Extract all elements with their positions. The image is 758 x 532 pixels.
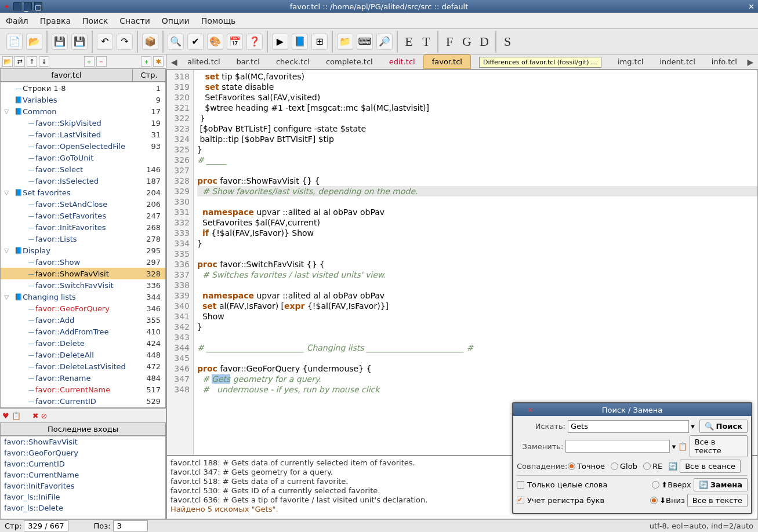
tab[interactable]: edit.tcl bbox=[381, 55, 423, 68]
fav-item[interactable]: favor::ShowFavVisit bbox=[1, 436, 165, 447]
fav-item[interactable]: favor::CurrentID bbox=[1, 458, 165, 469]
open-file-button[interactable]: 📂 bbox=[26, 34, 42, 50]
menu-file[interactable]: Файл bbox=[6, 16, 28, 25]
tree-row[interactable]: —favor::LastVisited31 bbox=[1, 129, 165, 140]
match-re-radio[interactable] bbox=[643, 462, 651, 470]
unit-tree[interactable]: —Строки 1-81📘Variables9▽📘Common17—favor:… bbox=[0, 82, 166, 408]
check-button[interactable]: ✔ bbox=[187, 34, 204, 50]
tree-row[interactable]: —favor::Show297 bbox=[1, 256, 165, 268]
tool-G[interactable]: G bbox=[458, 34, 476, 49]
tab[interactable]: check.tcl bbox=[268, 55, 318, 68]
tree-row[interactable]: —favor::DeleteAll448 bbox=[1, 349, 165, 360]
dir-down-radio[interactable] bbox=[650, 497, 658, 504]
menu-search[interactable]: Поиск bbox=[82, 16, 108, 25]
tab-scroll-right[interactable]: ▶ bbox=[745, 57, 756, 67]
search-find-button[interactable]: 🔍 Поиск bbox=[699, 420, 748, 433]
match-exact-radio[interactable] bbox=[568, 462, 575, 470]
redo-button[interactable]: ↷ bbox=[117, 34, 133, 50]
tree-toggle-icon[interactable]: ⇄ bbox=[14, 56, 25, 67]
tree-collapse-icon[interactable]: ✱ bbox=[153, 56, 164, 67]
tree-row[interactable]: —favor::ShowFavVisit328 bbox=[1, 268, 165, 279]
tree-del-icon[interactable]: － bbox=[96, 56, 107, 67]
code-area[interactable]: set tip $al(MC,favorites) set state disa… bbox=[194, 70, 757, 455]
save-button[interactable]: 💾 bbox=[52, 34, 68, 50]
words-only-checkbox[interactable] bbox=[517, 481, 524, 489]
words-only-label[interactable]: Только целые слова bbox=[527, 480, 652, 489]
palette-button[interactable]: 🎨 bbox=[207, 34, 223, 50]
tree-row[interactable]: —favor::AddFromTree410 bbox=[1, 326, 165, 337]
tree-add-icon[interactable]: ＋ bbox=[84, 56, 95, 67]
refresh-icon[interactable]: 🔄 bbox=[668, 462, 677, 471]
tree-header-file[interactable]: favor.tcl bbox=[1, 69, 133, 81]
tree-row[interactable]: —favor::SetFavorites247 bbox=[1, 210, 165, 221]
tab[interactable]: favor.tcl bbox=[423, 54, 471, 69]
case-checkbox[interactable] bbox=[517, 497, 524, 504]
dir-up-radio[interactable] bbox=[652, 481, 659, 489]
tree-row[interactable]: —favor::GeoForQuery346 bbox=[1, 303, 165, 314]
replace-alltext-button[interactable]: Все в тексте bbox=[687, 494, 748, 507]
tree-row[interactable]: ▽📘Common17 bbox=[1, 105, 165, 117]
new-file-button[interactable]: 📄 bbox=[6, 34, 23, 50]
fav-item[interactable]: favor::InitFavorites bbox=[1, 480, 165, 491]
tool-E[interactable]: E bbox=[400, 34, 418, 49]
calendar-button[interactable]: 📅 bbox=[227, 34, 243, 50]
wm-pin-button[interactable] bbox=[13, 2, 21, 10]
tree-row[interactable]: —Строки 1-81 bbox=[1, 82, 165, 94]
layout-button[interactable]: ⊞ bbox=[311, 34, 328, 50]
project-button[interactable]: 📦 bbox=[142, 34, 158, 50]
tree-row[interactable]: —favor::Select146 bbox=[1, 163, 165, 175]
tree-row[interactable]: ▽📘Changing lists344 bbox=[1, 291, 165, 303]
dir-up-label[interactable]: ⬆Вверх bbox=[661, 480, 691, 489]
case-label[interactable]: Учет регистра букв bbox=[527, 496, 650, 505]
match-glob-radio[interactable] bbox=[611, 462, 618, 470]
dir-down-label[interactable]: ⬇Вниз bbox=[659, 496, 685, 505]
tree-row[interactable]: —favor::Add355 bbox=[1, 314, 165, 326]
tree-row[interactable]: ▽📘Display295 bbox=[1, 245, 165, 256]
terminal-button[interactable]: ⌨ bbox=[357, 34, 373, 50]
tool-F[interactable]: F bbox=[441, 34, 458, 49]
fav-item[interactable]: favor::CurrentName bbox=[1, 469, 165, 480]
tree-open-icon[interactable]: 📂 bbox=[2, 56, 13, 67]
wm-min-button[interactable]: _ bbox=[24, 2, 32, 10]
tree-row[interactable]: —favor::GoToUnit bbox=[1, 152, 165, 163]
menu-options[interactable]: Опции bbox=[162, 16, 190, 25]
tab[interactable]: bar.tcl bbox=[229, 55, 268, 68]
tool-S[interactable]: S bbox=[499, 34, 516, 49]
tab[interactable]: alited.tcl bbox=[179, 55, 229, 68]
tree-row[interactable]: —favor::DeleteLastVisited472 bbox=[1, 360, 165, 372]
tab[interactable]: complete.tcl bbox=[318, 55, 381, 68]
fav-del2-icon[interactable]: ⊘ bbox=[41, 411, 48, 420]
folder-button[interactable]: 📁 bbox=[337, 34, 353, 50]
search-close-icon[interactable]: ✕ bbox=[527, 406, 534, 414]
fav-item[interactable]: favor_ls::IniFile bbox=[1, 491, 165, 502]
replace-dropdown-icon[interactable]: ▾ bbox=[670, 442, 677, 451]
tree-expand-icon[interactable]: ＋ bbox=[141, 56, 151, 67]
tree-row[interactable]: —favor::CurrentName517 bbox=[1, 384, 165, 395]
tool-D[interactable]: D bbox=[476, 34, 493, 49]
wm-max-button[interactable]: ▢ bbox=[34, 2, 42, 10]
tab-scroll-left[interactable]: ◀ bbox=[169, 57, 179, 67]
tree-row[interactable]: —favor::Delete424 bbox=[1, 337, 165, 349]
search-find-input[interactable] bbox=[568, 420, 689, 433]
fav-heart-icon[interactable]: ♥ bbox=[2, 411, 9, 420]
tree-row[interactable]: —favor::SwitchFavVisit336 bbox=[1, 279, 165, 291]
tab[interactable]: info.tcl bbox=[703, 55, 745, 68]
tree-row[interactable]: —favor::SkipVisited19 bbox=[1, 117, 165, 129]
search-dropdown-icon[interactable]: ▾ bbox=[689, 422, 697, 431]
tool-T[interactable]: T bbox=[418, 34, 435, 49]
tab[interactable]: indent.tcl bbox=[651, 55, 703, 68]
editor[interactable]: 3183193203213223233243253263273283293303… bbox=[166, 70, 758, 456]
tree-up-icon[interactable]: ↑ bbox=[27, 56, 37, 67]
menu-tools[interactable]: Снасти bbox=[119, 16, 150, 25]
replace-button[interactable]: 🔄 Замена bbox=[694, 478, 748, 491]
fav-item[interactable]: favor::GeoForQuery bbox=[1, 447, 165, 458]
tree-row[interactable]: —favor::OpenSelectedFile93 bbox=[1, 140, 165, 152]
tree-header-line[interactable]: Стр. bbox=[133, 69, 165, 81]
wm-close-button[interactable]: ✕ bbox=[748, 2, 755, 11]
zoom-button[interactable]: 🔍 bbox=[168, 34, 184, 50]
search-replace-dialog[interactable]: ✕ Поиск / Замена Искать: ▾ 🔍 Поиск Замен… bbox=[512, 402, 752, 514]
save-all-button[interactable]: 💾 bbox=[71, 34, 88, 50]
find-button[interactable]: 🔎 bbox=[376, 34, 393, 50]
undo-button[interactable]: ↶ bbox=[97, 34, 113, 50]
paste-icon[interactable]: 📋 bbox=[678, 442, 687, 451]
